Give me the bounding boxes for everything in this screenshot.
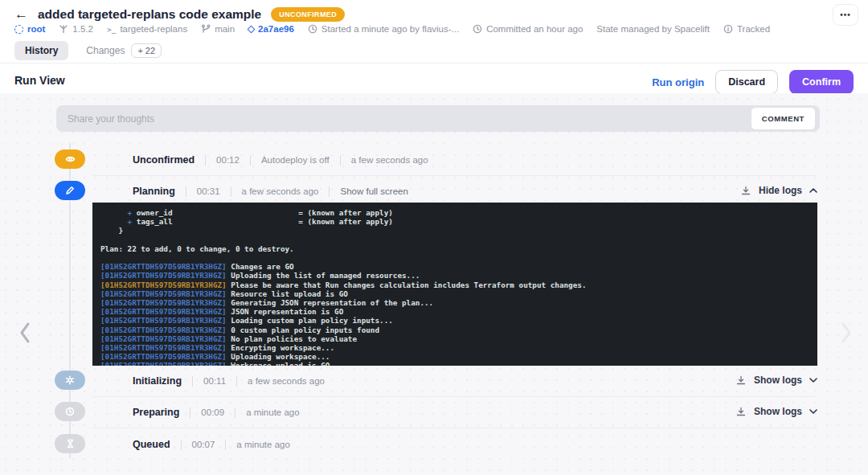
autodeploy-note: Autodeploy is off — [261, 155, 330, 165]
separator — [205, 155, 206, 166]
tracked-item: Tracked — [723, 24, 770, 34]
back-arrow-icon[interactable]: ← — [14, 6, 28, 23]
commit-icon — [248, 25, 256, 33]
stage-name: Initializing — [133, 375, 182, 387]
run-origin-link[interactable]: Run origin — [652, 76, 704, 88]
show-full-screen-link[interactable]: Show full screen — [340, 186, 407, 196]
row-divider — [92, 175, 817, 176]
clock-icon — [308, 24, 317, 34]
stage-time: a few seconds ago — [351, 155, 428, 165]
initializing-logs-control[interactable]: Show logs — [735, 375, 817, 386]
separator — [250, 155, 251, 166]
separator — [192, 376, 193, 387]
row-divider — [92, 428, 817, 428]
worker-pool-label: targeted-replans — [120, 24, 187, 34]
version-item: 1.5.2 — [59, 24, 93, 34]
stack-icon — [14, 25, 23, 34]
stage-time: a minute ago — [246, 407, 300, 417]
initializing-row: Initializing 00:11 a few seconds ago — [133, 375, 325, 387]
tab-changes[interactable]: Changes + 22 — [86, 43, 162, 58]
stage-time: a few seconds ago — [248, 376, 325, 386]
branch-item: main — [201, 24, 235, 34]
queued-stage-icon[interactable] — [55, 434, 85, 453]
queued-row: Queued 00:07 a minute ago — [133, 439, 290, 450]
download-icon[interactable] — [740, 186, 751, 196]
planning-row: Planning 00:31 a few seconds ago Show fu… — [133, 186, 408, 197]
preparing-row: Preparing 00:09 a minute ago — [133, 407, 300, 418]
stack-link[interactable]: root — [14, 24, 45, 34]
previous-run-chevron[interactable] — [18, 321, 32, 345]
hourglass-icon — [66, 439, 75, 448]
page-title: added targeted-replans code example — [38, 7, 261, 22]
chevron-down-icon — [809, 409, 817, 414]
discard-button[interactable]: Discard — [715, 70, 778, 94]
stage-name: Planning — [133, 186, 175, 197]
status-badge: UNCONFIRMED — [271, 7, 345, 22]
separator — [235, 407, 235, 418]
terminal-log[interactable]: + owner_id = (known after apply) + tags_… — [92, 203, 817, 366]
planning-stage-icon[interactable] — [55, 181, 85, 200]
stage-duration: 00:09 — [201, 407, 224, 417]
stage-duration: 00:12 — [216, 155, 240, 165]
show-logs-label[interactable]: Show logs — [754, 406, 802, 417]
run-page: ← added targeted-replans code example UN… — [0, 0, 868, 475]
separator — [186, 186, 186, 197]
chevron-up-icon — [809, 188, 817, 193]
gear-icon — [65, 375, 75, 385]
tab-bar: History Changes + 22 — [14, 41, 162, 60]
hide-logs-label[interactable]: Hide logs — [759, 185, 802, 196]
tab-changes-label: Changes — [86, 45, 125, 56]
state-managed-label: State managed by Spacelift — [596, 24, 710, 34]
eye-icon — [65, 154, 76, 164]
preparing-logs-control[interactable]: Show logs — [735, 406, 817, 417]
unconfirmed-row: Unconfirmed 00:12 Autodeploy is off a fe… — [133, 154, 428, 166]
version-icon — [59, 24, 68, 34]
stack-name: root — [27, 24, 45, 34]
confirm-button[interactable]: Confirm — [789, 70, 854, 94]
run-meta-row: root 1.5.2 >_ targeted-replans main 2a7a… — [14, 24, 770, 34]
planning-logs-control[interactable]: Hide logs — [740, 185, 817, 196]
stage-name: Queued — [133, 439, 170, 450]
stage-duration: 00:11 — [203, 376, 226, 386]
show-logs-label[interactable]: Show logs — [754, 375, 802, 386]
next-run-chevron[interactable] — [839, 321, 854, 345]
stage-duration: 00:07 — [192, 440, 215, 449]
stage-name: Unconfirmed — [133, 154, 194, 166]
initializing-stage-icon[interactable] — [55, 371, 85, 390]
separator — [231, 186, 231, 197]
info-icon — [723, 24, 733, 34]
tab-history[interactable]: History — [14, 41, 68, 60]
comment-button[interactable]: COMMENT — [751, 107, 816, 130]
comment-bar: COMMENT — [56, 105, 820, 132]
comment-input[interactable] — [56, 113, 751, 125]
tracked-label: Tracked — [737, 24, 770, 34]
branch-label: main — [215, 24, 235, 34]
separator — [225, 440, 226, 450]
terminal-icon: >_ — [107, 25, 116, 34]
header-divider — [0, 63, 868, 63]
download-icon[interactable] — [735, 375, 747, 386]
commit-hash: 2a7ae96 — [258, 24, 294, 34]
started-item: Started a minute ago by flavius-... — [308, 24, 459, 34]
preparing-stage-icon[interactable] — [55, 402, 85, 421]
history-clock-icon — [473, 24, 482, 34]
unconfirmed-stage-icon[interactable] — [55, 149, 85, 169]
chevron-down-icon — [809, 378, 817, 383]
separator — [340, 155, 341, 166]
clock-icon — [65, 407, 75, 416]
started-label: Started a minute ago by flavius-... — [321, 24, 459, 34]
separator — [181, 440, 182, 450]
committed-item: Committed an hour ago — [473, 24, 583, 34]
stage-time: a few seconds ago — [242, 186, 319, 196]
row-divider — [92, 396, 817, 397]
worker-pool-item: >_ targeted-replans — [107, 24, 187, 34]
stage-name: Preparing — [133, 407, 179, 418]
run-history-panel: COMMENT Unconfirmed 00:12 Autodeploy is … — [0, 93, 868, 475]
download-icon[interactable] — [735, 407, 747, 417]
separator — [236, 376, 237, 387]
commit-link[interactable]: 2a7ae96 — [248, 24, 294, 34]
committed-label: Committed an hour ago — [486, 24, 583, 34]
run-view-actions: Run origin Discard Confirm — [652, 70, 854, 94]
version-label: 1.5.2 — [72, 24, 93, 34]
more-options-button[interactable]: ••• — [833, 4, 858, 26]
